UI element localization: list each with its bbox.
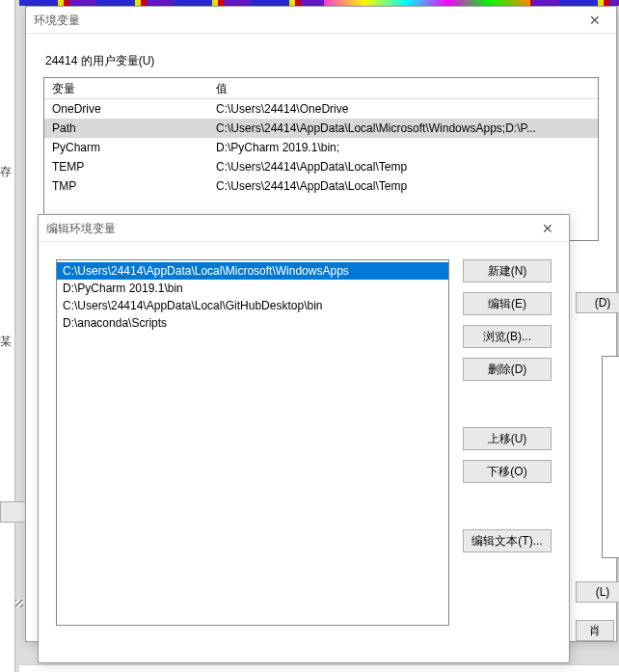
system-vars-list-peek[interactable]: e... e... ▲ ▼ — [602, 356, 619, 558]
table-row[interactable]: PathC:\Users\24414\AppData\Local\Microso… — [44, 119, 598, 138]
table-row[interactable]: TEMPC:\Users\24414\AppData\Local\Temp — [44, 157, 598, 176]
cell-variable: TMP — [44, 176, 208, 196]
table-row[interactable]: OneDriveC:\Users\24414\OneDrive — [44, 99, 598, 119]
delete-button[interactable]: 删除(D) — [463, 358, 552, 381]
bg-bottom-bar — [19, 664, 619, 672]
col-header-value[interactable]: 值 — [208, 78, 598, 98]
button-label: 编辑文本(T)... — [471, 534, 542, 548]
bg-text-fragment: 存 — [0, 164, 12, 180]
edit-text-button[interactable]: 编辑文本(T)... — [463, 529, 552, 552]
button-label: 上移(U) — [488, 432, 527, 445]
underlying-window-left-edge: 存 某 — [0, 0, 15, 672]
button-label: (L) — [596, 585, 610, 599]
system-delete-button-peek[interactable]: (L) — [576, 581, 619, 603]
button-label: 下移(O) — [487, 465, 526, 478]
cell-variable: OneDrive — [44, 99, 208, 119]
button-label: 删除(D) — [488, 363, 527, 376]
table-row[interactable]: TMPC:\Users\24414\AppData\Local\Temp — [44, 176, 598, 196]
browse-button[interactable]: 浏览(B)... — [463, 325, 552, 348]
button-label: 浏览(B)... — [483, 330, 531, 343]
cell-value: C:\Users\24414\AppData\Local\Temp — [208, 176, 598, 196]
cell-variable: Path — [44, 119, 208, 138]
button-label: (D) — [595, 296, 611, 309]
close-icon[interactable]: ✕ — [574, 7, 616, 34]
dialog1-bottom-button-peek[interactable]: 肖 — [576, 620, 614, 641]
list-item[interactable]: D:\anaconda\Scripts — [57, 314, 448, 332]
close-icon[interactable]: ✕ — [526, 215, 569, 242]
col-header-variable[interactable]: 变量 — [44, 78, 208, 98]
list-item[interactable]: C:\Users\24414\AppData\Local\GitHubDeskt… — [57, 297, 448, 314]
edit-button[interactable]: 编辑(E) — [463, 292, 552, 315]
cell-variable: PyCharm — [44, 138, 208, 157]
user-delete-button-peek[interactable]: (D) — [576, 292, 619, 313]
button-label: 编辑(E) — [488, 297, 526, 310]
table-row[interactable]: PyCharmD:\PyCharm 2019.1\bin; — [44, 138, 598, 157]
path-entries-list[interactable]: C:\Users\24414\AppData\Local\Microsoft\W… — [56, 259, 449, 626]
move-up-button[interactable]: 上移(U) — [463, 427, 552, 450]
cell-value: D:\PyCharm 2019.1\bin; — [208, 138, 598, 157]
dialog-titlebar[interactable]: 环境变量 ✕ — [26, 7, 616, 34]
cell-value: C:\Users\24414\AppData\Local\Temp — [208, 157, 598, 176]
button-label: 新建(N) — [488, 264, 527, 278]
bg-text-fragment: 某 — [0, 334, 12, 350]
cell-value: C:\Users\24414\AppData\Local\Microsoft\W… — [208, 119, 598, 138]
button-label: 肖 — [589, 624, 601, 637]
dialog-title: 环境变量 — [34, 13, 80, 27]
cell-variable: TEMP — [44, 157, 208, 176]
list-item[interactable]: C:\Users\24414\AppData\Local\Microsoft\W… — [57, 262, 448, 280]
dialog-titlebar[interactable]: 编辑环境变量 ✕ — [39, 215, 569, 242]
button-column: 新建(N) 编辑(E) 浏览(B)... 删除(D) 上移(U) 下移(O) 编… — [463, 259, 552, 626]
move-down-button[interactable]: 下移(O) — [463, 460, 552, 483]
dialog-title: 编辑环境变量 — [46, 222, 116, 235]
edit-env-var-dialog: 编辑环境变量 ✕ C:\Users\24414\AppData\Local\Mi… — [38, 214, 570, 663]
new-button[interactable]: 新建(N) — [463, 259, 552, 282]
user-vars-label: 24414 的用户变量(U) — [45, 53, 599, 69]
cell-value: C:\Users\24414\OneDrive — [208, 99, 598, 119]
list-header[interactable]: 变量 值 — [44, 78, 598, 99]
resize-grip-fragment — [15, 600, 23, 607]
list-item[interactable]: D:\PyCharm 2019.1\bin — [57, 280, 448, 297]
